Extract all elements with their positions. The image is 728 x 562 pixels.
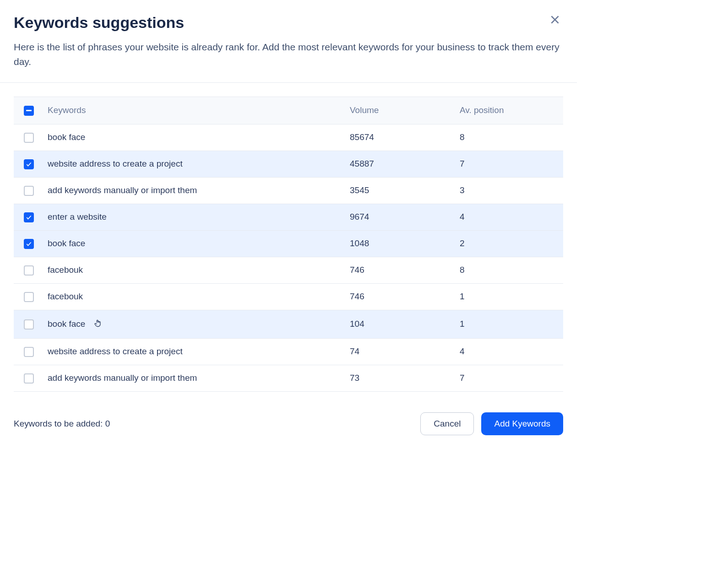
cancel-button[interactable]: Cancel xyxy=(420,412,474,435)
position-cell: 8 xyxy=(453,257,563,283)
keyword-text: website address to create a project xyxy=(48,346,183,356)
position-cell: 7 xyxy=(453,151,563,177)
keyword-cell: book face xyxy=(41,310,343,338)
table-row[interactable]: facebouk7461 xyxy=(14,283,563,310)
keyword-text: facebouk xyxy=(48,292,83,301)
keywords-table: Keywords Volume Av. position book face85… xyxy=(14,97,563,392)
position-cell: 1 xyxy=(453,310,563,338)
check-icon xyxy=(26,214,32,221)
table-row[interactable]: add keywords manually or import them3545… xyxy=(14,177,563,204)
table-row[interactable]: enter a website96744 xyxy=(14,204,563,230)
table-row[interactable]: facebouk7468 xyxy=(14,257,563,283)
row-checkbox[interactable] xyxy=(24,186,34,196)
row-checkbox[interactable] xyxy=(24,212,34,222)
row-checkbox[interactable] xyxy=(24,319,34,330)
row-checkbox[interactable] xyxy=(24,373,34,384)
table-row[interactable]: book face1041 xyxy=(14,310,563,338)
table-row[interactable]: website address to create a project744 xyxy=(14,338,563,365)
keyword-text: book face xyxy=(48,319,85,328)
modal-subtitle: Here is the list of phrases your website… xyxy=(14,40,563,69)
modal-title: Keywords suggestions xyxy=(14,14,563,32)
header-volume[interactable]: Volume xyxy=(343,97,453,124)
close-icon xyxy=(549,14,561,26)
keyword-cell: facebouk xyxy=(41,257,343,283)
divider xyxy=(0,82,577,83)
select-all-checkbox[interactable] xyxy=(24,106,34,116)
check-icon xyxy=(26,161,32,168)
keyword-text: book face xyxy=(48,132,85,142)
table-header-row: Keywords Volume Av. position xyxy=(14,97,563,124)
keywords-count-label: Keywords to be added: 0 xyxy=(14,419,110,429)
position-cell: 7 xyxy=(453,365,563,391)
modal-footer: Keywords to be added: 0 Cancel Add Kyewo… xyxy=(14,412,563,435)
position-cell: 2 xyxy=(453,230,563,257)
row-checkbox[interactable] xyxy=(24,133,34,143)
row-checkbox[interactable] xyxy=(24,265,34,276)
keyword-cell: book face xyxy=(41,124,343,151)
header-keywords[interactable]: Keywords xyxy=(41,97,343,124)
table-row[interactable]: add keywords manually or import them737 xyxy=(14,365,563,391)
keyword-text: enter a website xyxy=(48,212,107,222)
table-row[interactable]: website address to create a project45887… xyxy=(14,151,563,177)
position-cell: 8 xyxy=(453,124,563,151)
footer-actions: Cancel Add Kyewords xyxy=(420,412,563,435)
row-checkbox[interactable] xyxy=(24,159,34,169)
volume-cell: 85674 xyxy=(343,124,453,151)
volume-cell: 3545 xyxy=(343,177,453,204)
volume-cell: 9674 xyxy=(343,204,453,230)
keyword-text: add keywords manually or import them xyxy=(48,185,197,195)
position-cell: 4 xyxy=(453,204,563,230)
keyword-cell: website address to create a project xyxy=(41,151,343,177)
row-checkbox[interactable] xyxy=(24,292,34,302)
position-cell: 4 xyxy=(453,338,563,365)
position-cell: 3 xyxy=(453,177,563,204)
volume-cell: 746 xyxy=(343,257,453,283)
minus-icon xyxy=(26,110,32,111)
check-icon xyxy=(26,241,32,247)
volume-cell: 104 xyxy=(343,310,453,338)
header-position[interactable]: Av. position xyxy=(453,97,563,124)
volume-cell: 1048 xyxy=(343,230,453,257)
cursor-pointer-icon xyxy=(93,318,103,330)
keyword-cell: enter a website xyxy=(41,204,343,230)
keyword-cell: add keywords manually or import them xyxy=(41,177,343,204)
table-row[interactable]: book face856748 xyxy=(14,124,563,151)
keyword-text: facebouk xyxy=(48,265,83,275)
close-button[interactable] xyxy=(547,11,563,30)
keyword-text: add keywords manually or import them xyxy=(48,373,197,383)
row-checkbox[interactable] xyxy=(24,347,34,357)
row-checkbox[interactable] xyxy=(24,239,34,249)
keyword-cell: facebouk xyxy=(41,283,343,310)
keyword-text: website address to create a project xyxy=(48,159,183,168)
volume-cell: 74 xyxy=(343,338,453,365)
volume-cell: 45887 xyxy=(343,151,453,177)
keyword-text: book face xyxy=(48,238,85,248)
keyword-cell: website address to create a project xyxy=(41,338,343,365)
keyword-cell: book face xyxy=(41,230,343,257)
add-keywords-button[interactable]: Add Kyewords xyxy=(481,412,563,435)
table-row[interactable]: book face10482 xyxy=(14,230,563,257)
position-cell: 1 xyxy=(453,283,563,310)
keyword-cell: add keywords manually or import them xyxy=(41,365,343,391)
volume-cell: 746 xyxy=(343,283,453,310)
volume-cell: 73 xyxy=(343,365,453,391)
keywords-suggestions-modal: Keywords suggestions Here is the list of… xyxy=(14,14,563,435)
